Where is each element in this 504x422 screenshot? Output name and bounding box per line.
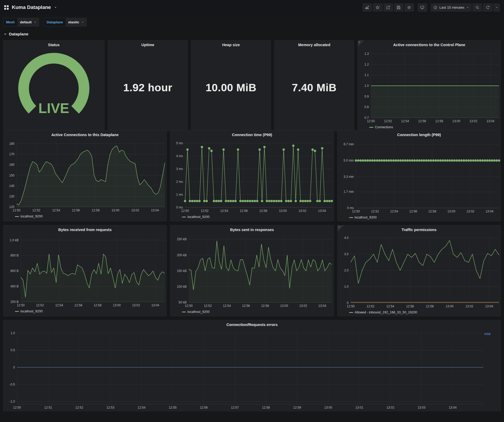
legend-series-label: localhost_9200 — [187, 310, 209, 314]
time-range-label: Last 15 minutes — [439, 6, 464, 9]
dashboard-title-caret-icon[interactable] — [54, 6, 57, 9]
connection-time-chart[interactable]: 0 ms1 ms2 ms3 ms4 ms5 ms12:5012:5212:541… — [170, 138, 333, 221]
panel-bytes-received: Bytes received from requests 200 B400 B6… — [3, 225, 167, 316]
cycle-view-mode-button[interactable] — [418, 3, 427, 12]
legend-item[interactable]: Allowed - inbound_192_168_33_50_19200 — [349, 311, 417, 314]
svg-text:12:52: 12:52 — [366, 305, 374, 308]
chevron-down-icon — [34, 21, 36, 23]
svg-text:13:00: 13:00 — [452, 119, 460, 123]
dashboard-title[interactable]: Kuma Dataplane — [12, 4, 51, 10]
svg-text:0 ms: 0 ms — [176, 206, 183, 209]
svg-text:12:50: 12:50 — [185, 304, 193, 308]
star-icon — [376, 6, 380, 9]
svg-text:13:04: 13:04 — [485, 210, 493, 213]
svg-text:13:04: 13:04 — [151, 303, 159, 307]
grafana-menu-icon[interactable] — [4, 5, 9, 10]
panel-title[interactable]: Active Connections to this Dataplane — [3, 130, 166, 138]
refresh-button[interactable] — [483, 3, 492, 12]
svg-text:12:58: 12:58 — [259, 209, 267, 213]
legend-item[interactable]: total — [484, 332, 491, 336]
svg-text:600 B: 600 B — [10, 269, 19, 273]
bytes-sent-chart[interactable]: 50 kB100 kB150 kB200 kB250 kB12:5012:521… — [170, 233, 333, 316]
chart-canvas[interactable]: 0 ms1.7 min3.3 min5.0 min6.7 min12:5012:… — [340, 138, 503, 214]
control-plane-connections-chart[interactable]: 0.70.80.91.01.11.21.312:5012:5212:5412:5… — [358, 48, 501, 131]
svg-text:12:54: 12:54 — [223, 304, 231, 308]
section-title: Dataplane — [9, 32, 28, 36]
svg-text:12:54: 12:54 — [220, 209, 228, 213]
panel-title[interactable]: Connection/Requests errors — [3, 320, 501, 328]
svg-text:13:01: 13:01 — [355, 406, 363, 409]
section-row-dataplane[interactable]: Dataplane — [4, 31, 501, 38]
navbar: Kuma Dataplane — [0, 0, 504, 15]
svg-text:0.9: 0.9 — [364, 95, 369, 98]
svg-text:0.7: 0.7 — [364, 116, 369, 120]
chart-canvas[interactable]: 50 kB100 kB150 kB200 kB250 kB12:5012:521… — [172, 233, 335, 309]
svg-text:13:04: 13:04 — [486, 119, 494, 123]
time-range-caret-icon — [466, 6, 469, 9]
bytes-received-chart[interactable]: 200 B400 B600 B800 B1.0 kB12:5012:5212:5… — [3, 233, 166, 316]
svg-text:13:02: 13:02 — [386, 406, 394, 409]
panel-title[interactable]: Active connections to the Control Plane — [358, 40, 501, 48]
chart-canvas[interactable]: 200 B400 B600 B800 B1.0 kB12:5012:5212:5… — [6, 233, 169, 308]
legend-item[interactable]: localhost_9200 — [15, 215, 43, 218]
panel-title[interactable]: Connection time (P99) — [170, 130, 333, 138]
legend-item[interactable]: localhost_9200 — [182, 310, 209, 314]
uptime-value: 1.92 hour — [123, 82, 172, 94]
svg-text:13:00: 13:00 — [324, 406, 332, 409]
svg-text:12:56: 12:56 — [75, 303, 82, 307]
svg-text:12:50: 12:50 — [181, 209, 189, 213]
chart-canvas[interactable]: 01.02.03.04.012:5012:5212:5412:5612:5813… — [340, 233, 503, 309]
panel-title[interactable]: Connection length (P99) — [338, 130, 501, 138]
save-dashboard-button[interactable] — [394, 3, 403, 12]
chart-legend: localhost_9200 — [6, 308, 164, 314]
legend-item[interactable]: localhost_9200 — [182, 215, 209, 219]
svg-text:1.1: 1.1 — [364, 73, 369, 77]
svg-text:12:50: 12:50 — [13, 209, 20, 212]
svg-text:6.7 min: 6.7 min — [343, 142, 354, 146]
svg-text:12:58: 12:58 — [435, 119, 443, 123]
connection-length-chart[interactable]: 0 ms1.7 min3.3 min5.0 min6.7 min12:5012:… — [338, 138, 501, 221]
panel-info-icon[interactable]: i — [358, 40, 364, 47]
svg-text:12:54: 12:54 — [386, 305, 394, 308]
variable-mesh-value[interactable]: default — [17, 18, 39, 26]
dashboard-settings-button[interactable] — [405, 3, 414, 12]
traffic-permissions-chart[interactable]: 01.02.03.04.012:5012:5212:5412:5612:5813… — [338, 233, 501, 316]
add-panel-icon — [365, 6, 369, 9]
svg-text:1.0: 1.0 — [364, 84, 369, 88]
panel-title[interactable]: Memory allocated — [275, 40, 354, 48]
legend-series-label: Connections — [375, 125, 393, 129]
legend-item[interactable]: Connections — [369, 125, 393, 129]
svg-text:13:03: 13:03 — [418, 406, 426, 409]
panel-title[interactable]: Uptime — [108, 40, 187, 48]
panel-connection-time: Connection time (P99) 0 ms1 ms2 ms3 ms4 … — [170, 130, 334, 221]
svg-text:3.0: 3.0 — [344, 252, 349, 256]
star-dashboard-button[interactable] — [373, 3, 382, 12]
panel-title[interactable]: Heap size — [191, 40, 271, 48]
panel-info-icon[interactable]: i — [338, 225, 344, 232]
time-range-button[interactable]: Last 15 minutes — [431, 3, 471, 12]
chart-canvas[interactable]: 0.70.80.91.01.11.21.312:5012:5212:5412:5… — [360, 48, 503, 124]
chart-legend: Allowed - inbound_192_168_33_50_19200 — [340, 309, 498, 316]
panel-title[interactable]: Traffic permissions — [338, 225, 501, 233]
refresh-interval-button[interactable] — [494, 3, 500, 12]
active-connections-chart[interactable]: 12013014015016017018012:5012:5212:5412:5… — [3, 138, 166, 221]
chart-canvas[interactable]: 12013014015016017018012:5012:5212:5412:5… — [6, 138, 169, 213]
chart-canvas[interactable]: 0 ms1 ms2 ms3 ms4 ms5 ms12:5012:5212:541… — [172, 138, 335, 214]
panel-title[interactable]: Bytes received from requests — [3, 225, 166, 233]
svg-text:12:50: 12:50 — [352, 210, 360, 213]
panel-title[interactable]: Status — [3, 40, 104, 48]
panel-bytes-sent: Bytes sent in responses 50 kB100 kB150 k… — [170, 225, 334, 316]
svg-text:3.3 min: 3.3 min — [343, 175, 354, 179]
panel-title[interactable]: Bytes sent in responses — [170, 225, 333, 233]
zoom-out-time-button[interactable] — [472, 3, 482, 12]
svg-text:1.3: 1.3 — [364, 52, 369, 56]
add-panel-button[interactable] — [363, 3, 372, 12]
share-dashboard-button[interactable] — [384, 3, 393, 12]
variables-row: Mesh default Dataplane elastic — [0, 15, 504, 28]
connection-errors-chart[interactable]: -1.0-0.500.51.012:5012:5112:5212:5312:54… — [3, 328, 501, 411]
svg-text:13:00: 13:00 — [280, 304, 288, 308]
variable-dataplane-value[interactable]: elastic — [66, 18, 86, 26]
legend-item[interactable]: localhost_9200 — [15, 309, 43, 313]
chart-canvas[interactable]: -1.0-0.500.51.012:5012:5112:5212:5312:54… — [6, 328, 483, 410]
legend-item[interactable]: localhost_9200 — [349, 216, 377, 219]
